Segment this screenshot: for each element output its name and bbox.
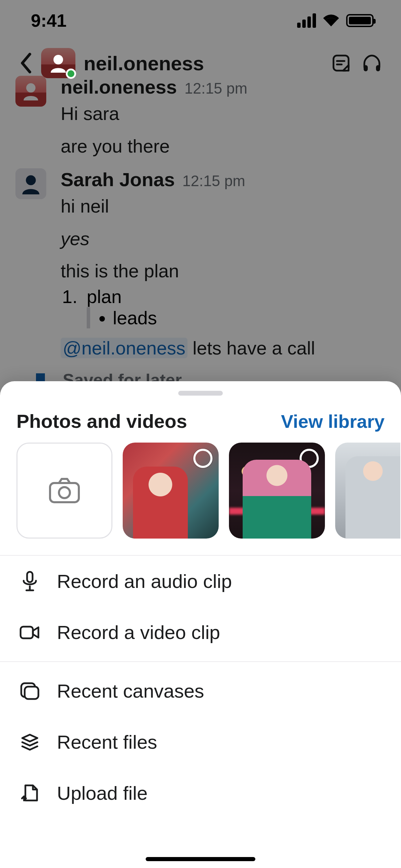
sheet-title: Photos and videos xyxy=(16,410,187,432)
svg-rect-9 xyxy=(27,572,33,582)
svg-rect-12 xyxy=(25,687,38,699)
files-stack-icon xyxy=(19,733,40,752)
divider xyxy=(0,661,401,662)
recent-canvases-option[interactable]: Recent canvases xyxy=(0,665,401,716)
svg-point-0 xyxy=(53,55,63,64)
upload-file-icon xyxy=(19,783,40,803)
svg-rect-7 xyxy=(50,483,79,502)
photo-thumbnail-strip[interactable] xyxy=(0,443,401,555)
open-camera-button[interactable] xyxy=(16,443,112,539)
video-camera-icon xyxy=(19,625,40,640)
photo-thumbnail[interactable] xyxy=(123,443,219,539)
presence-active-icon xyxy=(66,69,76,79)
record-audio-option[interactable]: Record an audio clip xyxy=(0,556,401,607)
canvas-icon xyxy=(19,682,40,700)
home-indicator[interactable] xyxy=(146,857,255,861)
selection-circle-icon[interactable] xyxy=(300,449,319,468)
upload-file-option[interactable]: Upload file xyxy=(0,768,401,819)
camera-icon xyxy=(48,477,81,504)
option-label: Record a video clip xyxy=(57,621,220,643)
option-label: Recent files xyxy=(57,731,157,753)
option-label: Upload file xyxy=(57,782,148,804)
svg-rect-10 xyxy=(21,627,33,638)
sheet-grabber[interactable] xyxy=(178,391,223,396)
recent-files-option[interactable]: Recent files xyxy=(0,716,401,768)
svg-point-8 xyxy=(59,487,70,498)
selection-circle-icon[interactable] xyxy=(193,449,212,468)
option-label: Record an audio clip xyxy=(57,570,232,592)
option-label: Recent canvases xyxy=(57,680,204,702)
record-video-option[interactable]: Record a video clip xyxy=(0,607,401,658)
attachment-sheet: Photos and videos View library xyxy=(0,381,401,868)
view-library-link[interactable]: View library xyxy=(281,411,385,432)
microphone-icon xyxy=(19,570,40,592)
photo-thumbnail[interactable] xyxy=(229,443,325,539)
photo-thumbnail[interactable] xyxy=(335,443,400,539)
